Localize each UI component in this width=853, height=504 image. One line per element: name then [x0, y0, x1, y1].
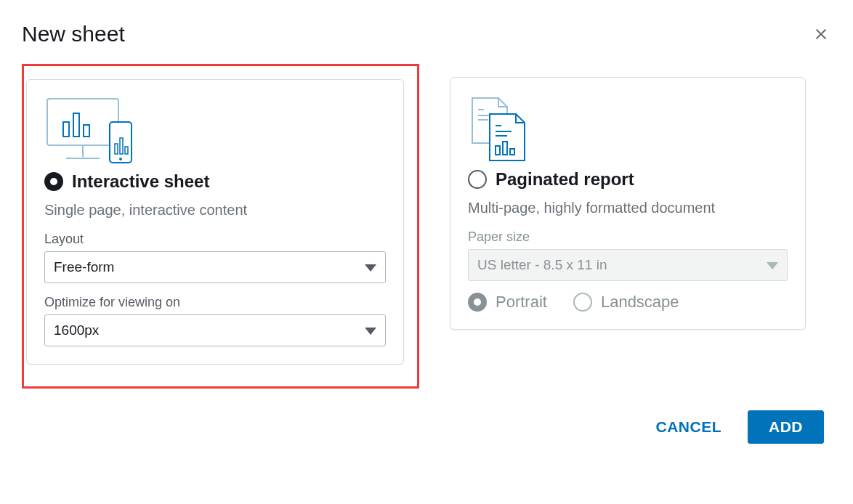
- svg-point-13: [119, 158, 122, 160]
- optimize-label: Optimize for viewing on: [44, 295, 386, 310]
- optimize-select[interactable]: 1600px: [44, 314, 386, 346]
- paginated-report-title: Paginated report: [496, 169, 634, 190]
- optimize-value: 1600px: [54, 322, 99, 338]
- close-button[interactable]: [811, 24, 831, 44]
- landscape-option: Landscape: [573, 293, 679, 312]
- chevron-down-icon: [365, 259, 376, 275]
- svg-marker-15: [365, 328, 376, 335]
- paginated-report-desc: Multi-page, highly formatted document: [468, 200, 788, 216]
- portrait-option: Portrait: [468, 293, 547, 312]
- portrait-label: Portrait: [496, 293, 547, 312]
- interactive-sheet-card[interactable]: Interactive sheet Single page, interacti…: [26, 79, 404, 365]
- paper-size-value: US letter - 8.5 x 11 in: [477, 257, 607, 273]
- cancel-button[interactable]: CANCEL: [644, 411, 734, 443]
- landscape-label: Landscape: [601, 293, 679, 312]
- layout-select[interactable]: Free-form: [44, 251, 386, 283]
- paper-size-label: Paper size: [468, 229, 788, 245]
- interactive-sheet-title: Interactive sheet: [72, 171, 209, 192]
- svg-rect-2: [47, 99, 118, 145]
- chevron-down-icon: [365, 322, 376, 338]
- add-button[interactable]: ADD: [748, 410, 824, 444]
- svg-marker-14: [365, 264, 376, 272]
- highlight-annotation: Interactive sheet Single page, interacti…: [22, 64, 419, 389]
- interactive-sheet-desc: Single page, interactive content: [44, 202, 386, 219]
- paginated-report-radio[interactable]: [468, 170, 487, 189]
- interactive-sheet-icon: [44, 94, 386, 167]
- portrait-radio: [468, 293, 487, 312]
- svg-rect-9: [110, 122, 132, 163]
- dialog-title: New sheet: [22, 22, 125, 46]
- layout-label: Layout: [44, 232, 386, 247]
- close-icon: [813, 26, 829, 42]
- interactive-sheet-radio[interactable]: [44, 172, 63, 191]
- paginated-report-card[interactable]: Paginated report Multi-page, highly form…: [450, 77, 806, 330]
- landscape-radio: [573, 293, 592, 312]
- paginated-report-icon: [468, 92, 788, 165]
- paper-size-select: US letter - 8.5 x 11 in: [468, 249, 788, 281]
- svg-marker-25: [767, 262, 778, 269]
- chevron-down-icon: [767, 257, 778, 273]
- layout-value: Free-form: [54, 259, 114, 275]
